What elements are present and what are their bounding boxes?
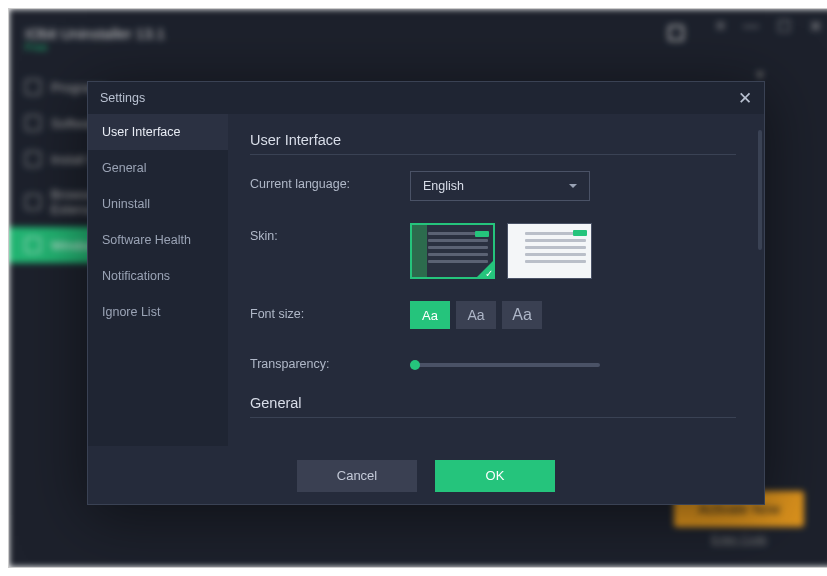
- settings-nav-general[interactable]: General: [88, 150, 228, 186]
- settings-nav-ignore-list[interactable]: Ignore List: [88, 294, 228, 330]
- section-user-interface-title: User Interface: [250, 132, 736, 155]
- skin-option-light[interactable]: [507, 223, 592, 279]
- cancel-button[interactable]: Cancel: [297, 460, 417, 492]
- enter-code-link[interactable]: Enter Code: [674, 533, 804, 545]
- transparency-label: Transparency:: [250, 351, 410, 371]
- maximize-icon[interactable]: ☐: [777, 17, 791, 36]
- row-transparency: Transparency:: [250, 351, 736, 371]
- menu-icon[interactable]: ≡: [716, 17, 725, 36]
- ok-button[interactable]: OK: [435, 460, 555, 492]
- settings-nav-notifications[interactable]: Notifications: [88, 258, 228, 294]
- language-select[interactable]: English: [410, 171, 590, 201]
- font-size-large-button[interactable]: Aa: [502, 301, 542, 329]
- settings-nav: User Interface General Uninstall Softwar…: [88, 114, 228, 446]
- transparency-slider-thumb[interactable]: [410, 360, 420, 370]
- settings-content: User Interface Current language: English…: [228, 114, 764, 446]
- gift-icon[interactable]: [668, 25, 684, 41]
- close-icon[interactable]: ✕: [809, 17, 822, 36]
- check-icon: [476, 260, 494, 278]
- row-language: Current language: English: [250, 171, 736, 201]
- app-edition: Free: [25, 41, 48, 53]
- row-font-size: Font size: Aa Aa Aa: [250, 301, 736, 329]
- font-size-label: Font size:: [250, 301, 410, 321]
- settings-nav-uninstall[interactable]: Uninstall: [88, 186, 228, 222]
- row-skin: Skin:: [250, 223, 736, 279]
- settings-nav-user-interface[interactable]: User Interface: [88, 114, 228, 150]
- app-title: IObit Uninstaller 13.1: [25, 25, 165, 42]
- settings-titlebar: Settings ✕: [88, 82, 764, 114]
- language-value: English: [423, 179, 464, 193]
- skin-option-dark[interactable]: [410, 223, 495, 279]
- minimize-icon[interactable]: —: [743, 17, 759, 36]
- transparency-slider[interactable]: [410, 363, 600, 367]
- font-size-small-button[interactable]: Aa: [410, 301, 450, 329]
- settings-title: Settings: [100, 91, 145, 105]
- language-label: Current language:: [250, 171, 410, 191]
- settings-dialog: Settings ✕ User Interface General Uninst…: [87, 81, 765, 505]
- settings-footer: Cancel OK: [88, 446, 764, 504]
- font-size-medium-button[interactable]: Aa: [456, 301, 496, 329]
- skin-label: Skin:: [250, 223, 410, 243]
- app-window: IObit Uninstaller 13.1 Free ≡ — ☐ ✕ Prog…: [8, 8, 827, 568]
- settings-close-icon[interactable]: ✕: [738, 88, 752, 109]
- content-scrollbar[interactable]: [758, 130, 762, 250]
- settings-nav-software-health[interactable]: Software Health: [88, 222, 228, 258]
- section-general-title: General: [250, 395, 736, 418]
- app-titlebar: IObit Uninstaller 13.1: [9, 9, 827, 57]
